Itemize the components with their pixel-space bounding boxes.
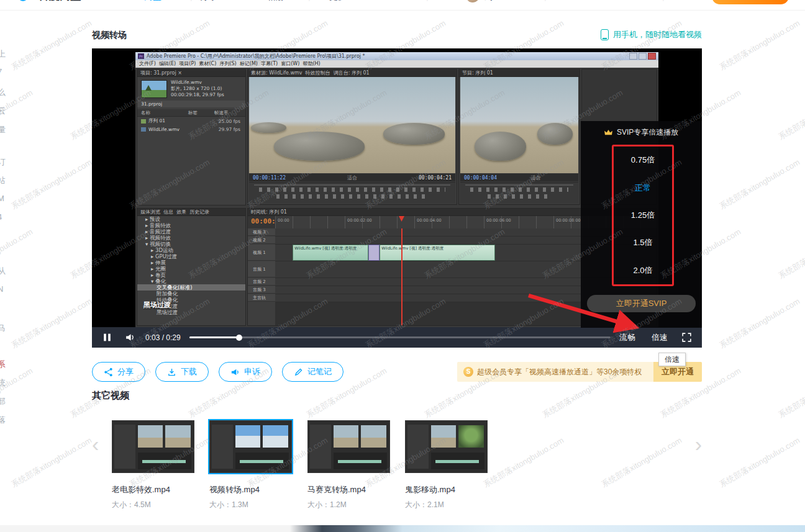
program-transport-controls	[460, 182, 578, 203]
avatar[interactable]	[466, 0, 480, 2]
nav-item-share[interactable]: 分享	[200, 0, 217, 2]
left-edge-char: 部	[0, 396, 6, 407]
baidu-netdisk-logo[interactable]: 百度网盘	[17, 0, 81, 4]
apps-grid-icon[interactable]	[673, 0, 684, 1]
horn-icon	[230, 367, 240, 377]
video-thumbnail	[209, 420, 292, 473]
quality-button[interactable]: 流畅	[619, 332, 635, 343]
program-timecodes: 00:00:04:04 适合	[460, 174, 578, 181]
left-edge-char: 云	[0, 106, 6, 117]
speed-button[interactable]: 倍速	[652, 332, 668, 343]
client-download-icon[interactable]	[693, 0, 704, 1]
download-button[interactable]: 下载	[155, 362, 209, 382]
watermark-text: 系统部落xitongbuluo.com	[717, 296, 802, 351]
left-edge-char: 量	[0, 124, 6, 135]
video-card[interactable]: 马赛克转场.mp4 大小：1.2M	[307, 420, 390, 510]
speed-option[interactable]: 0.75倍	[631, 155, 655, 166]
project-row: 序列 0125.00 fps	[137, 117, 245, 125]
video-name: 鬼影移动.mp4	[405, 484, 488, 495]
effects-panel-tabs: 媒体浏览 信息 效果 历史记录	[137, 209, 245, 216]
window-buttons	[629, 53, 656, 60]
close-icon	[648, 53, 656, 60]
program-monitor: 节目: 序列 01 00:00:04:04 适合	[458, 69, 580, 205]
nav-item-more[interactable]: 更多	[329, 0, 347, 2]
left-edge-char: 4	[0, 212, 2, 222]
left-edge-char: 订	[0, 156, 6, 168]
svip-crown-icon	[604, 129, 612, 136]
appeal-button[interactable]: 申诉	[219, 362, 272, 382]
project-name-row: 31.prproj	[137, 101, 245, 107]
video-card[interactable]: 老电影特效.mp4 大小：4.5M	[112, 420, 194, 510]
watermark-text: 系统部落xitongbuluo.com	[0, 366, 35, 421]
video-card[interactable]: 鬼影移动.mp4 大小：2.1M	[405, 420, 488, 510]
sequence-icon	[141, 119, 146, 124]
left-edge-char: 系	[0, 359, 6, 370]
progress-bar[interactable]	[189, 336, 611, 338]
watermark-text: 系统部落xitongbuluo.com	[9, 157, 94, 212]
page-title: 视频转场	[92, 30, 127, 41]
bell-icon[interactable]	[653, 0, 664, 1]
watermark-text: 系统部落xitongbuluo.com	[717, 18, 802, 73]
source-monitor-image	[249, 77, 455, 173]
ruler-label: 00:00:08:00	[556, 218, 581, 223]
program-monitor-image	[460, 77, 578, 173]
brand-text: 百度网盘	[39, 0, 81, 3]
premiere-app-icon: Pr	[138, 53, 144, 59]
speed-option[interactable]: 2.0倍	[633, 265, 652, 276]
pencil-icon	[294, 367, 303, 377]
video-thumbnail	[307, 420, 390, 473]
transition-clip	[368, 245, 380, 261]
nav-item-album[interactable]: 相册	[267, 0, 284, 2]
carousel-next-button[interactable]: ›	[695, 433, 702, 454]
speed-menu: SVIP专享倍速播放 0.75倍正常1.25倍1.5倍2.0倍 立即开通SVIP	[581, 121, 702, 328]
timeline-clip: WildLife.wmv [视] 透明度:透明度	[293, 245, 368, 261]
video-size: 大小：1.2M	[307, 500, 390, 510]
video-name: 视频转场.mp4	[209, 484, 292, 495]
watch-on-phone-link[interactable]: 用手机，随时随地看视频	[601, 29, 702, 40]
coin-icon: S	[463, 367, 473, 377]
svip-cta-button[interactable]: 立即开通SVIP	[587, 295, 696, 312]
nav-item-netdisk[interactable]: 网盘	[144, 0, 161, 2]
speed-option[interactable]: 1.5倍	[633, 237, 652, 248]
share-button[interactable]: 分享	[92, 362, 145, 382]
other-videos-section: 其它视频 ‹ › 老电影特效.mp4 大小：4.5M 视频转场.mp4 大小：1…	[92, 390, 702, 532]
source-timecodes: 00:00:11:22 适合 00:00:04:21	[249, 174, 455, 181]
volume-button[interactable]	[125, 332, 135, 343]
clip-info: WildLife.wmv 影片, 1280 x 720 (1.0) 00:00:…	[171, 79, 224, 98]
video-card-selected[interactable]: 视频转场.mp4 大小：1.3M	[209, 420, 292, 510]
effects-tree-item: ▸ 预设	[137, 216, 245, 222]
effects-tree-item: ▸ 视频特效	[137, 235, 245, 241]
phone-tip-text: 用手机，随时随地看视频	[613, 29, 702, 40]
premiere-title-text: Adobe Premiere Pro - C:\用户\Administrator…	[147, 53, 629, 60]
carousel-prev-button[interactable]: ‹	[92, 433, 99, 454]
action-buttons: 分享 下载 申诉 记笔记	[92, 362, 343, 382]
effects-panel: 媒体浏览 信息 效果 历史记录 ▸ 预设▸ 音频特效▸ 音频过渡▸ 视频特效▾ …	[137, 208, 246, 326]
pause-button[interactable]	[102, 332, 112, 343]
logo-icon	[17, 0, 34, 4]
bottom-image-strip	[0, 525, 805, 532]
premiere-titlebar: Pr Adobe Premiere Pro - C:\用户\Administra…	[135, 52, 658, 60]
premiere-workspace: 项目: 31.prproj × WildLife.wmv 影片, 1280 x …	[135, 68, 658, 327]
banner-text: 超级会员专享「视频高速播放通道」等30余项特权	[477, 367, 653, 377]
effects-tree-item: ▸ 3D运动	[137, 247, 245, 253]
left-edge-char: 站	[0, 175, 6, 186]
ruler-label: 00:00:04:00	[417, 218, 442, 223]
time-display: 0:03 / 0:29	[145, 333, 181, 342]
track-headers: 视频 3视频 2视频 1音频 1音频 2音频 3主音轨	[248, 228, 275, 325]
ruler-label: 00:00:02:00	[347, 218, 372, 223]
video-size: 大小：1.3M	[209, 500, 292, 510]
speed-option[interactable]: 1.25倍	[631, 210, 655, 221]
left-edge-char: 统	[0, 377, 6, 389]
track-header: 音频 2	[248, 278, 275, 286]
video-player[interactable]: Pr Adobe Premiere Pro - C:\用户\Administra…	[92, 48, 702, 348]
left-edge-char: M	[0, 194, 4, 203]
vip-button[interactable]: 开通超级会员	[712, 0, 789, 4]
progress-handle[interactable]	[236, 335, 242, 341]
speed-option[interactable]: 正常	[635, 183, 651, 194]
fullscreen-button[interactable]	[681, 332, 692, 343]
ruler-label: 00:00:06:00	[486, 218, 511, 223]
video-thumbnail	[112, 420, 194, 473]
clip-preview-thumbnail	[141, 80, 167, 98]
take-notes-button[interactable]: 记笔记	[282, 362, 343, 382]
video-size: 大小：2.1M	[405, 500, 488, 510]
